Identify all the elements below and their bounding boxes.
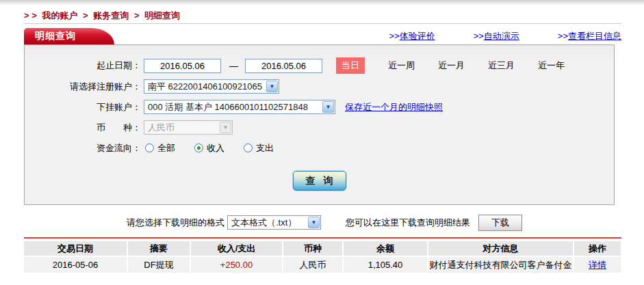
header-links: >>体验评价 >>自动演示 >>查看栏目信息 — [389, 30, 621, 42]
breadcrumb: > > 我的账户 > 账务查询 > 明细查询 — [0, 5, 644, 23]
cell-operation: 详情 — [574, 257, 621, 273]
registered-account-row: 请选择注册账户： 南平 6222001406100921065 灵通卡 ▼ — [25, 79, 614, 94]
breadcrumb-item-detail-query[interactable]: 明细查询 — [144, 10, 180, 21]
query-form-panel: 起止日期： — 当日 近一周 近一月 近三月 近一年 请选择注册账户： 南平 6… — [24, 44, 615, 205]
cell-currency: 人民币 — [283, 257, 342, 273]
header-counterparty: 对方信息 — [428, 241, 573, 256]
red-separator-line — [24, 237, 621, 239]
header-summary: 摘要 — [128, 241, 190, 256]
table-row: 2016-05-06 DF提现 +250.00 人民币 1,105.40 财付通… — [24, 257, 621, 273]
header-transaction-date: 交易日期 — [24, 241, 127, 256]
dropdown-arrow-icon: ▼ — [308, 217, 320, 228]
breadcrumb-item-my-account[interactable]: 我的账户 — [42, 10, 77, 21]
cell-transaction-date: 2016-05-06 — [24, 257, 127, 273]
currency-select-disabled: 人民币 ▼ — [144, 120, 233, 135]
download-button[interactable]: 下载 — [478, 215, 522, 231]
link-view-column-info[interactable]: >>查看栏目信息 — [558, 30, 621, 42]
download-format-label: 请您选择下载明细的格式 — [127, 217, 224, 229]
header-balance: 余额 — [344, 241, 427, 256]
download-hint-text: 您可以在这里下载查询明细结果 — [346, 217, 470, 229]
currency-value: 人民币 — [144, 122, 219, 134]
table-header-row: 交易日期 摘要 收入/支出 币种 余额 对方信息 操作 — [24, 241, 621, 256]
breadcrumb-item-account-query[interactable]: 账务查询 — [93, 10, 129, 21]
link-experience-review[interactable]: >>体验评价 — [389, 30, 435, 42]
quick-range-last-month[interactable]: 近一月 — [438, 59, 465, 72]
fund-flow-label: 资金流向： — [25, 142, 141, 154]
date-to-input[interactable] — [245, 59, 322, 73]
link-prefix: >> — [558, 31, 568, 41]
query-button[interactable]: 查 询 — [293, 171, 346, 191]
currency-label: 币 种： — [25, 122, 141, 134]
link-label: 查看栏目信息 — [568, 31, 621, 41]
sub-account-label: 下挂账户： — [25, 101, 141, 113]
cell-balance: 1,105.40 — [344, 257, 427, 273]
save-snapshot-link[interactable]: 保存近一个月的明细快照 — [345, 101, 443, 113]
header-income-expense: 收入/支出 — [191, 241, 282, 256]
cell-summary: DF提现 — [128, 257, 190, 273]
radio-button-icon — [194, 144, 203, 152]
link-prefix: >> — [389, 31, 399, 41]
header-operation: 操作 — [574, 241, 621, 256]
cell-counterparty: 财付通支付科技有限公司客户备付金 — [428, 257, 573, 273]
radio-button-icon — [145, 144, 154, 152]
detail-link[interactable]: 详情 — [589, 260, 606, 270]
quick-range-last-year[interactable]: 近一年 — [538, 59, 565, 72]
top-gradient-strip — [0, 0, 644, 5]
download-format-select[interactable]: 文本格式（.txt） ▼ — [227, 215, 321, 230]
date-from-input[interactable] — [144, 59, 221, 73]
transaction-table: 交易日期 摘要 收入/支出 币种 余额 对方信息 操作 2016-05-06 D… — [23, 240, 622, 274]
flow-option-label: 支出 — [256, 142, 274, 154]
flow-radio[interactable]: 全部 — [145, 142, 175, 154]
flow-option-label: 收入 — [207, 142, 224, 154]
download-format-value: 文本格式（.txt） — [228, 217, 307, 229]
dropdown-arrow-icon: ▼ — [322, 101, 334, 113]
quick-range-today-badge[interactable]: 当日 — [336, 57, 365, 74]
query-button-row: 查 询 — [25, 171, 614, 191]
fund-flow-row: 资金流向： 全部 收入 支出 — [25, 140, 614, 156]
registered-account-label: 请选择注册账户： — [25, 81, 141, 93]
registered-account-select[interactable]: 南平 6222001406100921065 灵通卡 ▼ — [144, 79, 279, 94]
dropdown-arrow-icon: ▼ — [220, 122, 231, 133]
sub-account-row: 下挂账户： 000 活期 基本户 1406600101102571848 ▼ 保… — [25, 99, 614, 115]
horizontal-divider — [24, 23, 621, 24]
flow-option-label: 全部 — [157, 142, 175, 154]
cell-income-expense: +250.00 — [191, 257, 282, 273]
link-label: 自动演示 — [484, 31, 519, 41]
sub-account-select[interactable]: 000 活期 基本户 1406600101102571848 ▼ — [144, 100, 335, 114]
link-label: 体验评价 — [400, 31, 435, 41]
breadcrumb-separator: > — [134, 10, 140, 21]
quick-range-last-3-months[interactable]: 近三月 — [488, 59, 515, 72]
flow-radio[interactable]: 支出 — [244, 142, 274, 154]
link-prefix: >> — [474, 31, 484, 41]
date-separator: — — [229, 61, 238, 71]
tab-row: 明细查询 >>体验评价 >>自动演示 >>查看栏目信息 — [24, 28, 621, 44]
radio-button-icon — [244, 144, 253, 152]
tab-label: 明细查询 — [35, 30, 76, 42]
quick-range-last-week[interactable]: 近一周 — [388, 59, 415, 72]
fund-flow-options: 全部 收入 支出 — [145, 142, 274, 154]
download-row: 请您选择下载明细的格式 文本格式（.txt） ▼ 您可以在这里下载查询明细结果 … — [127, 214, 644, 231]
registered-account-value: 南平 6222001406100921065 灵通卡 — [144, 81, 266, 93]
breadcrumb-prefix: > > — [24, 10, 37, 21]
date-range-row: 起止日期： — 当日 近一周 近一月 近三月 近一年 — [25, 57, 614, 74]
header-currency: 币种 — [283, 241, 342, 256]
dropdown-arrow-icon: ▼ — [266, 81, 278, 92]
breadcrumb-separator: > — [83, 10, 88, 21]
tab-detail-query[interactable]: 明细查询 — [24, 28, 92, 44]
currency-row: 币 种： 人民币 ▼ — [25, 120, 614, 135]
flow-radio[interactable]: 收入 — [194, 142, 224, 154]
link-auto-demo[interactable]: >>自动演示 — [474, 30, 519, 42]
sub-account-value: 000 活期 基本户 1406600101102571848 — [144, 101, 322, 113]
date-range-label: 起止日期： — [25, 59, 141, 72]
